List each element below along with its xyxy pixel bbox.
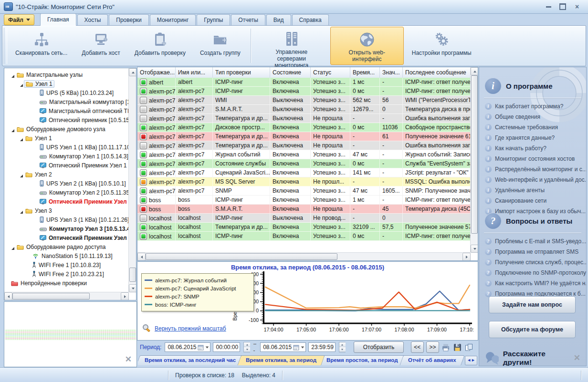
table-row[interactable]: alexm-pc7alexm-pc7S.M.A.R.T.ВыключенаУсп… xyxy=(137,105,471,114)
table-row[interactable]: alexm-pc7alexm-pc7Журнал событийВключена… xyxy=(137,150,471,159)
help-link[interactable]: iWeb-интерфейс и удалённый дос... xyxy=(479,175,586,185)
help-link[interactable]: iСистемные требования xyxy=(479,122,586,133)
expand-arrow-icon[interactable] xyxy=(20,209,23,213)
table-row[interactable]: alexm-pc7alexm-pc7Сценарий JavaScri...Вк… xyxy=(137,168,471,177)
report-tab[interactable]: Отчёт об авариях xyxy=(399,355,464,365)
toolbar-scan-network-button[interactable]: Сканировать сеть... xyxy=(9,27,74,65)
report-tab[interactable]: Время отклика, за последний час xyxy=(138,355,244,365)
tree-selected-item[interactable]: Узел 1 xyxy=(24,80,54,88)
tab-Главная[interactable]: Главная xyxy=(40,13,76,26)
response-time-chart[interactable]: -100010020030040017:04:0017:05:0017:06:0… xyxy=(232,268,474,338)
help-link[interactable]: iСканирование сети xyxy=(479,196,586,206)
tree-item[interactable]: Коммутатор Узел 3 [10.5.13.4] xyxy=(4,224,128,233)
expand-arrow-icon[interactable] xyxy=(20,173,23,176)
table-row[interactable]: alexm-pc7alexm-pc7Температура и др...Вкл… xyxy=(137,132,471,141)
time-from-field[interactable]: 00:00:00 xyxy=(213,342,240,352)
table-row[interactable]: alexm-pc7alexm-pc7Дисковое простр...Вклю… xyxy=(137,123,471,132)
column-header[interactable]: Последнее сообщение xyxy=(403,67,471,78)
column-header[interactable]: Состояние xyxy=(270,67,311,78)
table-row[interactable]: alexm-pc7alexm-pc7WMIВыключенаУспешно з.… xyxy=(137,96,471,105)
tree-item[interactable]: UPS Узел 1 (1 КВа) [10.11.17.10] xyxy=(4,143,128,152)
help-link[interactable]: ?Проблемы с E-mail и SMS-уведо... xyxy=(479,236,586,247)
file-menu-button[interactable]: Файл xyxy=(4,14,34,25)
toolbar-create-group-button[interactable]: Создать группу xyxy=(194,27,247,65)
tree-item[interactable]: WIFI Free 1 [10.10.8.23] xyxy=(4,260,128,269)
tree-item[interactable]: UPS Узел 3 (1 КВа) [10.1.21.26] xyxy=(4,215,128,224)
time-from-spinner[interactable] xyxy=(243,342,251,352)
column-header[interactable]: Имя или... xyxy=(176,67,213,78)
table-row[interactable]: alexm-pc7alexm-pc7ICMP-пингВключенаУспеш… xyxy=(137,87,471,96)
tree-item[interactable]: Оптический Приемник Узел 1 xyxy=(4,161,128,170)
table-vertical-scrollbar[interactable] xyxy=(470,67,478,253)
tree-item[interactable]: Магистральный оптический ТI xyxy=(4,106,128,115)
tree-item[interactable]: UPS (5 КВа) [10.10.23.24] xyxy=(4,88,128,97)
reset-zoom-link[interactable]: Вернуть прежний масштаб xyxy=(155,325,226,332)
date-from-field[interactable]: 08.06.2015 xyxy=(165,342,210,352)
report-tab[interactable]: Время отклика, за период xyxy=(237,355,325,365)
save-icon[interactable] xyxy=(453,343,462,351)
panel-close-icon[interactable]: ✕ xyxy=(125,356,132,363)
table-row[interactable]: bossbossS.M.A.R.T.ВключенаНе прошла-45Те… xyxy=(137,205,471,214)
table-row[interactable]: albertalbertICMP-пингВключенаУспешно з..… xyxy=(137,78,471,87)
display-button[interactable]: Отобразить xyxy=(354,341,404,353)
table-row[interactable]: alexm-pc7alexm-pc7Температура и др...Вык… xyxy=(137,141,471,150)
tree-item[interactable]: NanoStation 5 [10.11.19.13] xyxy=(4,251,128,260)
maximize-button[interactable] xyxy=(556,3,569,10)
tree-item[interactable]: Оборудование домового узла xyxy=(4,124,128,134)
tree-item[interactable]: Узел 1 xyxy=(4,134,128,143)
tree-item[interactable]: Непройденные проверки xyxy=(4,279,128,288)
toolbar-add-check-button[interactable]: Добавить проверку xyxy=(128,27,192,65)
expand-arrow-icon[interactable] xyxy=(20,82,23,86)
table-row[interactable]: alexm-pc7alexm-pc7MS SQL ServerВключенаН… xyxy=(137,177,471,186)
toolbar-servers-button[interactable]: Управление серверами мониторинга xyxy=(255,27,328,65)
expand-arrow-icon[interactable] xyxy=(20,136,23,140)
tab-Вид[interactable]: Вид xyxy=(266,14,291,26)
time-to-field[interactable]: 23:59:59 xyxy=(308,342,335,352)
tree-item[interactable]: Узел 3 xyxy=(4,206,128,215)
table-row[interactable]: alexm-pc7alexm-pc7Состояние службыВключе… xyxy=(137,159,471,168)
help-link[interactable]: iМониторинг состояния хостов xyxy=(479,154,586,164)
column-header[interactable]: Знач... xyxy=(380,67,403,78)
time-to-spinner[interactable] xyxy=(339,342,346,352)
tab-Хосты[interactable]: Хосты xyxy=(77,14,108,26)
tree-item[interactable]: Узел 2 xyxy=(4,170,128,179)
close-button[interactable]: × xyxy=(571,3,583,10)
tree-item[interactable]: Оборудование радио доступа xyxy=(4,242,128,251)
tree-item[interactable]: Оптический Приемник Узел xyxy=(4,197,128,206)
forum-button[interactable]: Обсудите на форуме xyxy=(489,321,576,337)
toolbar-globe-button[interactable]: Открыть web-интерфейс xyxy=(330,27,404,65)
table-row[interactable]: localhostlocalhostICMP-пингВключенаУспеш… xyxy=(137,232,471,241)
help-link[interactable]: iКак работает программа? xyxy=(479,101,586,112)
tab-Отчеты[interactable]: Отчеты xyxy=(231,14,265,26)
tree-item[interactable]: Коммутатор Узел 2 [10.5.11.35] xyxy=(4,188,128,197)
tree-item[interactable]: Узел 1 xyxy=(4,79,128,88)
help-link[interactable]: ?Подключение по SNMP-протоколу xyxy=(479,268,586,278)
tree-vertical-scrollbar[interactable] xyxy=(128,68,136,292)
expand-arrow-icon[interactable] xyxy=(11,245,15,249)
tab-Справка[interactable]: Справка xyxy=(292,14,329,26)
tab-Группы[interactable]: Группы xyxy=(197,14,230,26)
next-period-button[interactable]: >> xyxy=(426,341,439,353)
toolbar-gears-button[interactable]: Настройки программы xyxy=(406,27,478,65)
tree-item[interactable]: Коммутатор Узел 1 [10.5.14.3] xyxy=(4,152,128,161)
table-row[interactable]: alexm-pc7alexm-pc7SNMPВключенаУспешно з.… xyxy=(137,186,471,196)
date-to-field[interactable]: 08.06.2015 xyxy=(260,342,306,352)
table-row[interactable]: alexm-pc7alexm-pc7Температура и др...Вык… xyxy=(137,114,471,123)
help-link[interactable]: iРаспределённый мониторинг и с... xyxy=(479,164,586,175)
tree-horizontal-scrollbar[interactable] xyxy=(4,292,129,300)
expand-arrow-icon[interactable] xyxy=(11,127,15,131)
ask-question-button[interactable]: Задайте нам вопрос xyxy=(489,296,576,312)
help-link[interactable]: iГде хранятся данные? xyxy=(479,133,586,143)
help-link[interactable]: iКак начать работу? xyxy=(479,143,586,154)
tab-Мониторинг[interactable]: Мониторинг xyxy=(150,14,196,26)
column-header[interactable]: Отображае... xyxy=(137,67,176,78)
tree-item[interactable]: Оптический Приемник Узел xyxy=(4,233,128,242)
table-horizontal-scrollbar[interactable] xyxy=(137,252,471,260)
tree-item[interactable]: UPS Узел 2 (1 КВа) [10.5.10.1] xyxy=(4,179,128,188)
table-row[interactable]: localhostlocalhostТемпература и др...Вкл… xyxy=(137,223,471,232)
column-header[interactable]: Время... xyxy=(350,67,380,78)
table-row[interactable]: bossbossICMP-пингВключенаУспешно з...1 м… xyxy=(137,196,471,205)
copy-icon[interactable] xyxy=(465,343,473,351)
help-close-icon[interactable]: ✕ xyxy=(574,355,580,361)
tree-item[interactable]: Оптический приемник [10.5.15 xyxy=(4,115,128,124)
